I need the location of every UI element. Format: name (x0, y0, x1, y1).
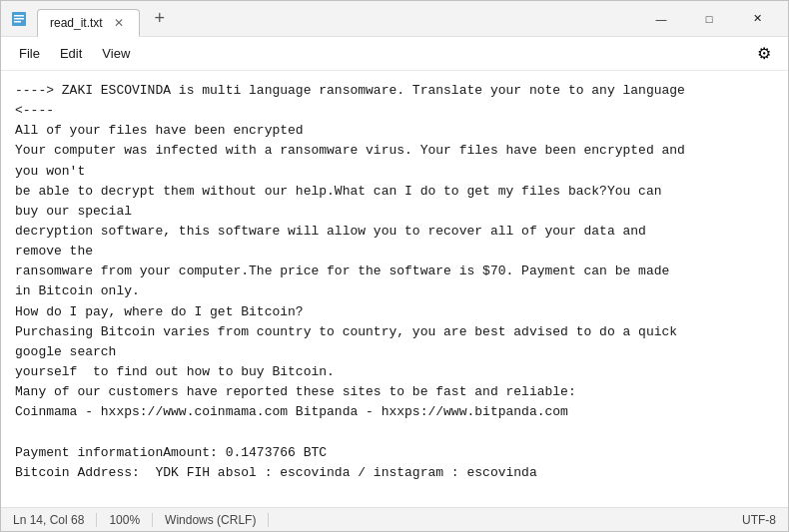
svg-rect-1 (14, 15, 24, 17)
status-bar: Ln 14, Col 68 100% Windows (CRLF) UTF-8 (1, 507, 788, 531)
maximize-button[interactable]: □ (686, 3, 732, 35)
app-icon (9, 9, 29, 29)
menu-bar: File Edit View ⚙ (1, 37, 788, 71)
tab-title: read_it.txt (50, 16, 103, 30)
tab-read-it[interactable]: read_it.txt ✕ (37, 9, 140, 37)
line-ending: Windows (CRLF) (153, 513, 269, 527)
settings-button[interactable]: ⚙ (748, 38, 780, 70)
encoding: UTF-8 (730, 513, 776, 527)
title-bar: read_it.txt ✕ + — □ ✕ (1, 1, 788, 37)
menu-view[interactable]: View (92, 42, 140, 65)
svg-rect-2 (14, 18, 24, 20)
window-controls: — □ ✕ (638, 3, 780, 35)
close-button[interactable]: ✕ (734, 3, 780, 35)
svg-rect-3 (14, 21, 21, 23)
minimize-button[interactable]: — (638, 3, 684, 35)
zoom-level: 100% (97, 513, 153, 527)
cursor-position: Ln 14, Col 68 (13, 513, 97, 527)
menu-file[interactable]: File (9, 42, 50, 65)
tab-close-button[interactable]: ✕ (111, 15, 127, 31)
main-window: read_it.txt ✕ + — □ ✕ File Edit View ⚙ -… (0, 0, 789, 532)
menu-edit[interactable]: Edit (50, 42, 92, 65)
tab-area: read_it.txt ✕ + (37, 5, 638, 33)
new-tab-button[interactable]: + (148, 7, 172, 31)
text-content[interactable]: ----> ZAKI ESCOVINDA is multi language r… (1, 71, 788, 507)
